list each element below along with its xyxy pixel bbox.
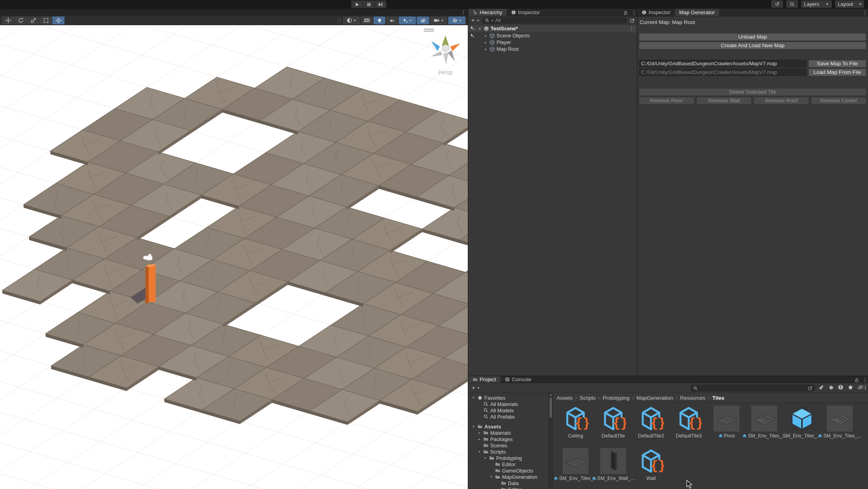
breadcrumb-item-resources[interactable]: Resources <box>680 395 706 401</box>
load-map-from-file-button[interactable]: Load Map From File <box>808 68 866 76</box>
project-search-input[interactable] <box>690 385 815 391</box>
asset-defaulttile[interactable]: DefaultTile <box>594 406 632 447</box>
gizmo-neg-axis-cone[interactable] <box>443 53 449 65</box>
panel-menu-kebab[interactable]: ⋮ <box>862 10 866 16</box>
open-window-icon[interactable] <box>630 18 635 23</box>
asset-defaulttile3[interactable]: DefaultTile3 <box>670 406 708 447</box>
breadcrumb-item-mapgeneration[interactable]: MapGeneration <box>636 395 673 401</box>
load-path-field[interactable]: C:/Git/Unity/GridBasedDungeonCrawler/Ass… <box>639 68 807 76</box>
filter-by-type-icon[interactable] <box>818 384 824 390</box>
tree-toggle-arrow[interactable]: ▾ <box>471 424 476 428</box>
tree-item-scene-objects[interactable]: ▸Scene Objects <box>468 32 637 39</box>
asset-sm-env-tiles[interactable]: SM_Env_Tiles_... <box>783 406 821 447</box>
tree-toggle-arrow[interactable]: ▸ <box>484 47 488 51</box>
gizmo-z-axis-cone[interactable] <box>431 41 440 51</box>
hidden-items-toggle[interactable]: 1 <box>857 385 866 390</box>
scrollbar-thumb[interactable] <box>550 397 552 418</box>
unload-map-button[interactable]: Unload Map <box>639 33 866 41</box>
gizmo-y-axis-cone[interactable] <box>442 35 449 46</box>
gizmo-x-axis-cone[interactable] <box>450 43 460 51</box>
tab-project[interactable]: Project <box>468 376 500 383</box>
toggle-2d-button[interactable]: 2D <box>361 17 373 24</box>
tree-item-mapgeneration[interactable]: ▾MapGeneration <box>468 474 549 480</box>
lock-icon[interactable] <box>623 10 628 15</box>
move-tool-button[interactable] <box>2 17 14 24</box>
orientation-gizmo[interactable] <box>426 32 465 68</box>
favorites-filter-icon[interactable] <box>848 384 853 390</box>
tree-toggle-arrow[interactable]: ▸ <box>477 431 482 435</box>
breadcrumb-item-assets[interactable]: Assets <box>557 395 573 401</box>
tree-item-favorites[interactable]: ▾Favorites <box>468 395 549 401</box>
pause-button[interactable] <box>363 0 375 8</box>
save-path-field[interactable]: C:/Git/Unity/GridBasedDungeonCrawler/Ass… <box>639 60 807 67</box>
tree-item-testscene[interactable]: ▾TestScene*⋮ <box>468 25 637 32</box>
asset-sm-env-tiles[interactable]: SM_Env_Tiles_... <box>557 448 594 489</box>
tree-item-gameobjects[interactable]: GameObjects <box>468 467 549 474</box>
panel-menu-kebab[interactable]: ⋮ <box>862 377 866 383</box>
gizmo-neg-axis-cone[interactable] <box>430 51 442 57</box>
row-menu-kebab[interactable]: ⋮ <box>629 26 634 31</box>
draw-mode-dropdown[interactable]: ▼ <box>343 17 360 24</box>
scene-menu-kebab[interactable]: ⋮ <box>461 9 465 15</box>
tree-item-map-root[interactable]: ▸Map Root <box>468 46 637 52</box>
asset-sm-env-tiles[interactable]: SM_Env_Tiles_... <box>821 406 859 447</box>
picking-icon[interactable] <box>470 33 475 38</box>
tree-toggle-arrow[interactable]: ▸ <box>484 41 488 44</box>
effects-dropdown[interactable]: ▼ <box>399 17 416 24</box>
scene-visibility-button[interactable] <box>417 17 429 24</box>
breadcrumb-item-tiles[interactable]: Tiles <box>712 395 725 401</box>
tab-inspector[interactable]: Inspector <box>637 9 675 16</box>
tree-toggle-arrow[interactable]: ▸ <box>477 437 482 441</box>
gizmos-dropdown[interactable]: ▼ <box>448 17 465 24</box>
tree-item-all-prefabs[interactable]: All Prefabs <box>468 413 549 420</box>
global-search-button[interactable] <box>786 0 798 8</box>
tab-map-generator[interactable]: Map Generator <box>675 9 719 16</box>
gizmo-center-cube[interactable] <box>442 44 449 52</box>
tree-item-assets[interactable]: ▾Assets <box>468 423 549 430</box>
gizmo-neg-axis-cone[interactable] <box>448 50 455 61</box>
scene-canvas[interactable]: Persp <box>0 25 468 489</box>
tree-toggle-arrow[interactable]: ▾ <box>471 396 476 400</box>
tab-console[interactable]: Console <box>500 376 536 383</box>
breadcrumb-item-scripts[interactable]: Scripts <box>579 395 596 401</box>
breadcrumb-item-prototyping[interactable]: Prototyping <box>603 395 629 401</box>
tree-item-packages[interactable]: ▸Packages <box>468 436 549 442</box>
save-map-to-file-button[interactable]: Save Map To File <box>808 60 866 68</box>
scene-lighting-button[interactable] <box>373 17 385 24</box>
picking-icon[interactable] <box>470 26 475 30</box>
transform-tool-button[interactable] <box>52 17 64 24</box>
tab-hierarchy[interactable]: Hierarchy <box>468 9 507 16</box>
scale-tool-button[interactable] <box>27 17 39 24</box>
play-button[interactable] <box>351 0 363 8</box>
player-pillar[interactable] <box>145 264 156 304</box>
important-filter-icon[interactable] <box>838 384 844 390</box>
toolbar-drag-handle[interactable] <box>338 18 340 23</box>
tree-item-all-materials[interactable]: All Materials <box>468 401 549 407</box>
scene-audio-button[interactable] <box>386 17 398 24</box>
tree-item-data[interactable]: Data <box>468 480 549 486</box>
tree-item-all-models[interactable]: All Models <box>468 407 549 413</box>
tree-item-materials[interactable]: ▸Materials <box>468 430 549 436</box>
tab-inspector-docked[interactable]: Inspector <box>507 9 544 16</box>
tree-scrollbar[interactable]: ▲ <box>549 393 552 489</box>
perspective-mode-label[interactable]: Persp <box>426 69 465 76</box>
asset-defaulttile2[interactable]: DefaultTile2 <box>632 406 670 447</box>
asset-ceiling[interactable]: Ceiling <box>557 406 594 447</box>
filter-by-label-icon[interactable] <box>828 385 834 390</box>
layout-dropdown[interactable]: Layout▼ <box>835 0 864 8</box>
tree-toggle-arrow[interactable]: ▾ <box>483 456 487 460</box>
rotate-tool-button[interactable] <box>15 17 27 24</box>
scene-view[interactable]: Persp ⋮ ▼ 2D ▼ ▼ ▼ <box>0 9 468 489</box>
tree-item-scenes[interactable]: Scenes <box>468 442 549 448</box>
rect-tool-button[interactable] <box>40 17 52 24</box>
layers-dropdown[interactable]: Layers▼ <box>801 0 832 8</box>
asset-sm-env-wall[interactable]: SM_Env_Wall_... <box>594 448 632 489</box>
asset-sm-env-tiles[interactable]: SM_Env_Tiles_... <box>745 406 783 447</box>
tree-toggle-arrow[interactable]: ▸ <box>484 34 488 38</box>
tree-toggle-arrow[interactable]: ▾ <box>477 450 482 454</box>
tree-item-prototyping[interactable]: ▾Prototyping <box>468 455 549 461</box>
create-and-load-new-map-button[interactable]: Create And Load New Map <box>639 42 866 50</box>
tree-toggle-arrow[interactable]: ▾ <box>489 475 493 479</box>
create-asset-button[interactable]: ＋▼ <box>471 384 480 391</box>
create-object-button[interactable]: ＋▼ <box>470 17 480 24</box>
